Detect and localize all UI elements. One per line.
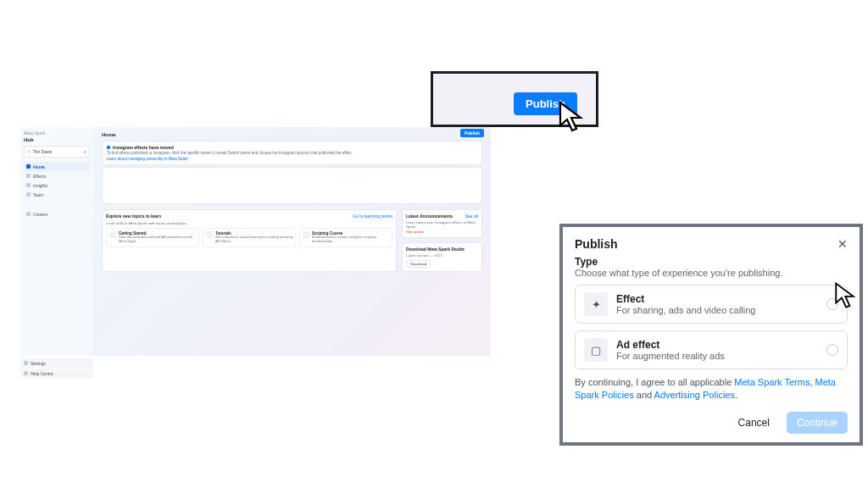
modal-title: Publish	[575, 237, 618, 251]
sparkle-icon: ✦	[584, 292, 608, 316]
option-title: Effect	[616, 293, 755, 305]
sidebar-item-owners[interactable]: Owners	[24, 209, 90, 219]
radio-unchecked-icon[interactable]	[826, 344, 838, 356]
sidebar-item-help[interactable]: Help Centre	[20, 369, 93, 378]
tile-icon	[303, 231, 309, 238]
tile-icon	[109, 231, 116, 238]
chart-placeholder-card	[102, 167, 482, 204]
tile-desc: Get a hands-on tutorial journey to creat…	[215, 236, 292, 244]
publish-button[interactable]: Publish	[514, 92, 577, 115]
explore-tile[interactable]: Tutorials Get a hands-on tutorial journe…	[203, 228, 296, 247]
legal-link-terms[interactable]: Meta Spark Terms	[734, 377, 810, 387]
home-icon	[26, 164, 31, 169]
option-desc: For sharing, ads and video calling	[616, 305, 755, 315]
download-title: Download Meta Spark Studio	[406, 247, 478, 252]
announce-item[interactable]: Learn about your Instagram effects in Me…	[406, 220, 478, 229]
tile-desc: Start this template and build AR experie…	[119, 236, 196, 244]
notice-link[interactable]: Learn about managing ownership in Meta S…	[107, 157, 477, 161]
publish-button-small[interactable]: Publish	[460, 129, 484, 137]
announce-seeall[interactable]: See all	[465, 214, 478, 219]
sidebar-item-home[interactable]: Home	[24, 162, 90, 171]
tile-icon	[206, 231, 213, 238]
explore-sub: Level skills in Meta Spark with hand-cur…	[106, 221, 392, 225]
explore-title: Explore new topics to learn	[106, 214, 161, 219]
type-sub: Choose what type of experience you're pu…	[575, 268, 848, 278]
publish-callout-frame: Publish	[431, 71, 598, 127]
type-label: Type	[575, 256, 848, 268]
app-title: Hub	[24, 137, 90, 142]
sidebar-divider: ···	[26, 202, 87, 207]
sidebar-item-label: Owners	[33, 212, 47, 217]
sidebar-item-team[interactable]: Team	[24, 190, 90, 199]
sidebar-item-label: Effects	[33, 174, 46, 179]
sidebar-item-label: Settings	[31, 361, 46, 366]
brand-label: Meta Spark	[24, 130, 90, 136]
sidebar-footer: Settings Help Centre	[20, 358, 93, 378]
publish-modal: Publish ✕ Type Choose what type of exper…	[563, 227, 860, 442]
radio-unchecked-icon[interactable]	[826, 298, 838, 310]
sidebar-item-effects[interactable]: Effects	[24, 171, 90, 180]
explore-link[interactable]: Go to learning centre	[353, 214, 392, 219]
notice-card: Instagram effects have moved To find eff…	[102, 141, 482, 165]
tile-desc: Build interactive content using the scri…	[312, 236, 389, 244]
legal-text: By continuing, I agree to all applicable…	[575, 376, 848, 402]
notice-title: Instagram effects have moved	[107, 145, 477, 150]
avatar-dot	[27, 150, 31, 153]
legal-sep: and	[634, 390, 654, 400]
sidebar-item-insights[interactable]: Insights	[24, 180, 90, 190]
sidebar-item-label: Home	[33, 164, 45, 169]
explore-tile[interactable]: Getting Started Start this template and …	[106, 228, 199, 247]
publish-modal-frame: Publish ✕ Type Choose what type of exper…	[559, 224, 863, 446]
download-button[interactable]: Download	[406, 260, 431, 268]
owner-name: Tim Davis	[33, 149, 52, 154]
announce-title: Latest Announcements	[406, 214, 453, 219]
explore-card: Explore new topics to learn Go to learni…	[102, 209, 397, 272]
owners-icon	[26, 212, 31, 216]
legal-link-ads[interactable]: Advertising Policies	[654, 390, 735, 400]
option-effect[interactable]: ✦ Effect For sharing, ads and video call…	[575, 285, 848, 324]
sidebar-item-label: Help Centre	[31, 371, 53, 376]
notice-desc: To find effects published to Instagram, …	[107, 151, 477, 155]
announce-tag: New update	[406, 230, 478, 234]
help-icon	[24, 371, 28, 375]
close-icon[interactable]: ✕	[837, 238, 848, 250]
page-title: Home	[102, 132, 482, 137]
download-version: Latest version — v157	[406, 253, 478, 258]
team-icon	[26, 192, 31, 197]
sidebar-item-label: Insights	[33, 183, 47, 188]
owner-switcher[interactable]: Tim Davis ▾	[24, 146, 90, 158]
hub-sidebar: Meta Spark Hub Tim Davis ▾ Home Effects …	[20, 127, 93, 356]
sidebar-item-settings[interactable]: Settings	[20, 358, 93, 368]
legal-prefix: By continuing, I agree to all applicable	[575, 377, 734, 387]
announcements-card: Latest Announcements See all Learn about…	[402, 209, 482, 238]
cancel-button[interactable]: Cancel	[728, 412, 780, 434]
continue-button[interactable]: Continue	[787, 412, 848, 434]
chevron-down-icon: ▾	[84, 149, 86, 154]
sidebar-item-label: Team	[33, 192, 43, 197]
ad-square-icon: ▢	[584, 338, 608, 362]
legal-suffix: .	[735, 390, 737, 400]
insights-icon	[26, 183, 31, 187]
option-desc: For augmented reality ads	[616, 351, 725, 361]
hub-main: Home Publish Instagram effects have move…	[93, 127, 491, 356]
option-ad-effect[interactable]: ▢ Ad effect For augmented reality ads	[575, 330, 848, 369]
explore-tile[interactable]: Scripting Course Build interactive conte…	[299, 228, 392, 247]
gear-icon	[24, 361, 28, 365]
option-title: Ad effect	[616, 339, 725, 351]
hub-app-window: Meta Spark Hub Tim Davis ▾ Home Effects …	[20, 127, 491, 356]
download-card: Download Meta Spark Studio Latest versio…	[402, 242, 482, 272]
effects-icon	[26, 174, 31, 178]
